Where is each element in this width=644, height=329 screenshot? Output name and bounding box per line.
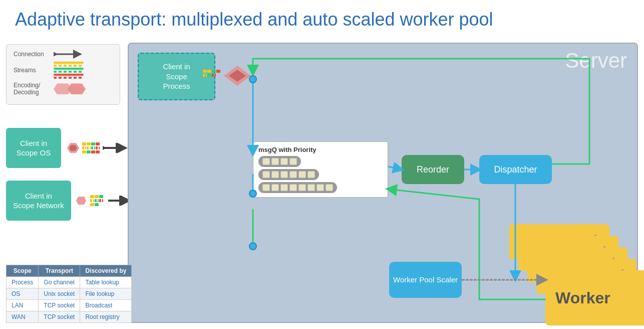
queue-row-3	[258, 182, 383, 193]
legend-connection-label: Connection	[14, 51, 54, 58]
client-network-box: Client in Scope Network	[6, 181, 71, 221]
msgq-label: msgQ with Priority	[258, 146, 383, 153]
svg-marker-6	[76, 197, 86, 205]
legend-encoding-label: Encoding/Decoding	[14, 82, 54, 96]
scope-table: Scope Transport Discovered by ProcessGo …	[6, 265, 132, 323]
table-cell: Process	[7, 277, 39, 288]
table-cell: Root registry	[80, 311, 132, 323]
col-scope: Scope	[7, 265, 39, 277]
client-os-group: Client in Scope OS	[6, 128, 146, 168]
streams-icon	[54, 62, 84, 79]
server-label: Server	[565, 49, 627, 73]
process-codec-group	[223, 65, 252, 87]
connection-arrow-icon	[54, 50, 84, 59]
queue-row-1	[258, 156, 383, 167]
table-row: LANTCP socketBroadcast	[7, 300, 132, 311]
network-connection-dot	[249, 242, 257, 250]
client-os-box: Client in Scope OS	[6, 128, 61, 168]
reorder-label: Reorder	[417, 164, 449, 175]
legend-box: Connection Streams	[6, 44, 120, 105]
network-hex-icon	[73, 195, 87, 207]
encoding-icon	[54, 83, 86, 94]
os-stream-bars	[82, 142, 100, 153]
client-network-label: Client in Scope Network	[13, 191, 64, 211]
table-cell: Broadcast	[80, 300, 132, 311]
reorder-box: Reorder	[402, 155, 464, 184]
svg-line-12	[388, 167, 402, 170]
table-cell: Go channel	[39, 277, 80, 288]
dispatcher-label: Dispatcher	[494, 164, 537, 175]
os-arrow-icon	[103, 143, 128, 153]
table-cell: Unix socket	[39, 288, 80, 300]
legend-connection: Connection	[14, 50, 113, 59]
col-transport: Transport	[39, 265, 80, 277]
table-row: ProcessGo channelTable lookup	[7, 277, 132, 288]
msgq-box: msgQ with Priority	[253, 141, 388, 198]
client-network-group: Client in Scope Network	[6, 181, 147, 221]
legend-streams-label: Streams	[14, 67, 54, 74]
col-discovered: Discovered by	[80, 265, 132, 277]
os-connection-dot	[249, 190, 257, 198]
os-codec-group	[63, 141, 79, 155]
process-stream-bars	[203, 70, 220, 77]
process-diamond-icon	[223, 65, 252, 87]
worker-main-card: Worker 🤖	[545, 270, 644, 325]
diagram-area: Server Client in Scope Process msgQ with…	[128, 43, 638, 323]
table-cell: Table lookup	[80, 277, 132, 288]
table-cell: File lookup	[80, 288, 132, 300]
table-header-row: Scope Transport Discovered by	[7, 265, 132, 277]
scaler-box: Worker Pool Scaler	[389, 262, 462, 298]
scaler-label: Worker Pool Scaler	[393, 275, 458, 285]
network-stream-bars	[90, 195, 103, 206]
diag-client-process-label: Client in Scope Process	[163, 62, 190, 91]
os-hex-icon	[63, 141, 79, 155]
worker-label: Worker	[555, 289, 610, 307]
table-cell: TCP socket	[39, 300, 80, 311]
table-row: OSUnix socketFile lookup	[7, 288, 132, 300]
page-title: Adaptive transport: multiplexed and auto…	[0, 0, 644, 35]
legend-streams: Streams	[14, 62, 113, 79]
legend-encoding: Encoding/Decoding	[14, 82, 113, 96]
dispatcher-box: Dispatcher	[479, 155, 552, 184]
table-cell: WAN	[7, 311, 39, 323]
queue-row-2	[258, 169, 383, 180]
table-cell: TCP socket	[39, 311, 80, 323]
client-os-label: Client in Scope OS	[17, 138, 51, 158]
table-cell: OS	[7, 288, 39, 300]
process-connection-dot	[249, 75, 257, 83]
table-cell: LAN	[7, 300, 39, 311]
table-row: WANTCP socketRoot registry	[7, 311, 132, 323]
